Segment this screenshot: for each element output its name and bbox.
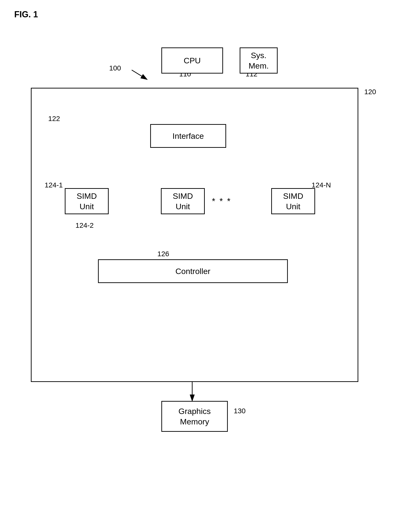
simd1-box: SIMD Unit [65, 188, 109, 214]
ref-124-n: 124-N [312, 181, 331, 189]
ref-124-1: 124-1 [45, 181, 63, 189]
simd2-box: SIMD Unit [161, 188, 205, 214]
gpu-outer-box: 122 Interface 124-1 124-2 124-N SIMD Uni… [31, 88, 358, 382]
ref-126: 126 [157, 250, 169, 258]
ref-124-2: 124-2 [75, 221, 94, 229]
simd3-box: SIMD Unit [271, 188, 315, 214]
cpu-box: CPU [161, 47, 223, 74]
dots-label: * * * [212, 196, 231, 206]
sysmem-box: Sys. Mem. [240, 47, 278, 74]
figure-label: FIG. 1 [14, 10, 38, 19]
interface-box: Interface [150, 124, 226, 148]
ref-122: 122 [48, 115, 60, 123]
ref-130: 130 [234, 407, 246, 415]
svg-line-2 [132, 70, 147, 79]
ref-120: 120 [364, 88, 376, 96]
controller-box: Controller [98, 259, 288, 283]
ref-100: 100 [109, 64, 121, 72]
graphics-memory-box: Graphics Memory [161, 401, 228, 432]
